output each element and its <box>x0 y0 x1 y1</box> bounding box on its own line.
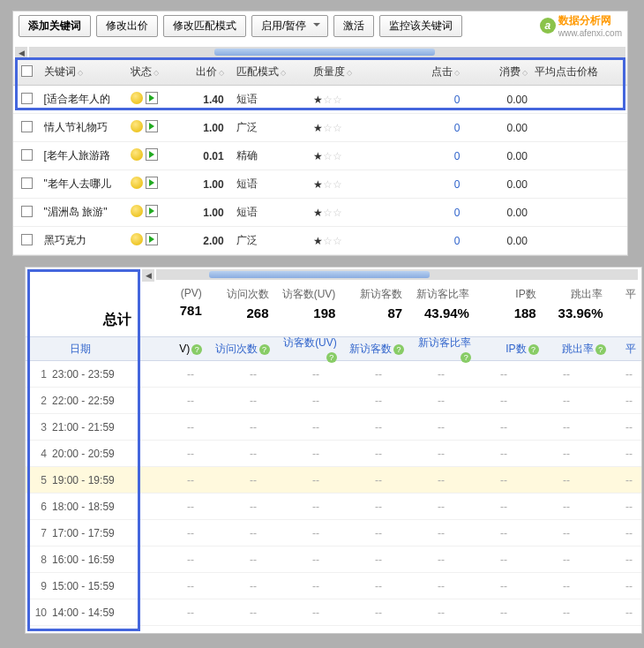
play-icon[interactable] <box>146 233 158 245</box>
table-row[interactable]: "老年人去哪儿1.00短语★☆☆00.00 <box>13 170 627 199</box>
row-dash: -- <box>516 554 579 566</box>
edit-bid-button[interactable]: 修改出价 <box>96 15 158 37</box>
row-dash: -- <box>328 554 391 566</box>
table-row[interactable]: [老年人旅游路0.01精确★☆☆00.00 <box>13 142 627 170</box>
stats-row[interactable]: 915:00 - 15:59---------------- <box>26 573 641 599</box>
col-cost[interactable]: 消费◇ <box>463 59 530 86</box>
col-ip[interactable]: IP数? <box>476 342 543 357</box>
cell-status <box>127 114 176 142</box>
scroll-left-icon[interactable]: ◀ <box>15 47 27 59</box>
row-dash: -- <box>328 607 391 619</box>
col-match[interactable]: 匹配模式◇ <box>233 59 310 86</box>
play-icon[interactable] <box>146 148 158 161</box>
row-time: 19:00 - 19:59 <box>52 474 140 486</box>
cell-quality: ★☆☆ <box>310 199 396 227</box>
col-status[interactable]: 状态◇ <box>127 59 176 86</box>
help-icon[interactable]: ? <box>528 344 539 355</box>
col-keyword[interactable]: 关键词◇ <box>41 59 127 86</box>
help-icon[interactable]: ? <box>326 352 337 363</box>
table-row[interactable]: 情人节礼物巧1.00广泛★☆☆00.00 <box>13 114 627 142</box>
help-icon[interactable]: ? <box>461 352 471 363</box>
col-uv[interactable]: 访客数(UV)? <box>275 335 342 363</box>
col-pv[interactable]: V)? <box>140 343 207 355</box>
pv-value: 781 <box>146 303 202 318</box>
col-visits[interactable]: 访问次数? <box>207 342 274 357</box>
help-icon[interactable]: ? <box>595 344 606 355</box>
stats-row[interactable]: 816:00 - 16:59---------------- <box>26 546 641 573</box>
h-scrollbar-2[interactable] <box>156 269 638 280</box>
col-date[interactable]: 日期 <box>26 342 140 357</box>
row-checkbox[interactable] <box>21 121 33 132</box>
help-icon[interactable]: ? <box>191 344 202 355</box>
row-time: 20:00 - 20:59 <box>52 448 140 460</box>
row-dash: -- <box>140 501 203 513</box>
cell-quality: ★☆☆ <box>310 142 396 170</box>
col-quality[interactable]: 质量度◇ <box>310 59 396 86</box>
cell-cost: 0.00 <box>463 199 530 227</box>
visits-value: 268 <box>213 305 269 320</box>
table-row[interactable]: 黑巧克力2.00广泛★☆☆00.00 <box>13 227 627 255</box>
row-checkbox[interactable] <box>21 234 33 245</box>
edit-match-button[interactable]: 修改匹配模式 <box>163 15 246 37</box>
row-dash: -- <box>579 368 641 381</box>
logo-domain: www.afenxi.com <box>558 28 622 38</box>
scrollbar-thumb[interactable] <box>214 49 435 56</box>
col-click[interactable]: 点击◇ <box>396 59 463 86</box>
col-last[interactable]: 平 <box>611 342 641 357</box>
monitor-button[interactable]: 监控该关键词 <box>379 15 462 37</box>
scroll-left-icon-2[interactable]: ◀ <box>142 269 154 282</box>
row-index: 10 <box>26 607 52 619</box>
col-nv[interactable]: 新访客数? <box>342 342 409 357</box>
row-dash: -- <box>203 607 266 619</box>
row-dash: -- <box>266 395 328 407</box>
select-all-checkbox[interactable] <box>21 65 33 77</box>
play-icon[interactable] <box>146 92 158 104</box>
row-dash: -- <box>203 527 266 539</box>
row-dash: -- <box>266 421 328 433</box>
cell-click: 0 <box>396 114 463 142</box>
activate-button[interactable]: 激活 <box>333 15 374 37</box>
cell-bid: 1.40 <box>175 86 232 114</box>
play-icon[interactable] <box>146 120 158 132</box>
stats-row[interactable]: 618:00 - 18:59---------------- <box>26 494 641 520</box>
row-checkbox[interactable] <box>21 177 33 189</box>
stats-row[interactable]: 321:00 - 21:59---------------- <box>26 414 641 441</box>
stats-row[interactable]: 519:00 - 19:59---------------- <box>26 467 641 494</box>
row-dash: -- <box>453 395 516 407</box>
help-icon[interactable]: ? <box>259 344 270 355</box>
stats-row[interactable]: 717:00 - 17:59---------------- <box>26 520 641 546</box>
last-label: 平 <box>613 287 636 302</box>
col-br[interactable]: 跳出率? <box>544 342 611 357</box>
row-dash: -- <box>516 368 579 381</box>
h-scrollbar[interactable] <box>29 47 625 57</box>
stats-row[interactable]: 123:00 - 23:59---------------- <box>26 361 641 388</box>
table-row[interactable]: "湄洲岛 旅游"1.00短语★☆☆00.00 <box>13 199 627 227</box>
help-icon[interactable]: ? <box>393 344 404 355</box>
stats-row[interactable]: 420:00 - 20:59---------------- <box>26 441 641 467</box>
row-dash: -- <box>516 580 579 592</box>
play-icon[interactable] <box>146 177 158 189</box>
row-checkbox[interactable] <box>21 206 33 217</box>
scrollbar-thumb-2[interactable] <box>209 271 430 278</box>
nv-label: 新访客数 <box>346 287 402 302</box>
add-keyword-button[interactable]: 添加关键词 <box>19 15 91 37</box>
row-checkbox[interactable] <box>21 93 33 104</box>
row-dash: -- <box>266 368 328 381</box>
row-dash: -- <box>266 448 328 460</box>
col-bid[interactable]: 出价◇ <box>175 59 232 86</box>
row-dash: -- <box>140 474 203 486</box>
cell-quality: ★☆☆ <box>310 114 396 142</box>
row-dash: -- <box>203 395 266 407</box>
enable-pause-dropdown[interactable]: 启用/暂停 <box>251 15 328 37</box>
stats-row[interactable]: 1014:00 - 14:59---------------- <box>26 599 641 626</box>
cell-status <box>127 86 176 114</box>
col-nr[interactable]: 新访客比率? <box>409 335 476 363</box>
pv-label: (PV) <box>146 287 202 299</box>
cell-quality: ★☆☆ <box>310 86 396 114</box>
table-row[interactable]: [适合老年人的1.40短语★☆☆00.00 <box>13 86 627 114</box>
col-avg[interactable]: 平均点击价格 <box>531 59 627 86</box>
row-checkbox[interactable] <box>21 149 33 161</box>
stats-row[interactable]: 222:00 - 22:59---------------- <box>26 388 641 414</box>
play-icon[interactable] <box>146 205 158 217</box>
stats-panel: ◀ 总计 (PV)781 访问次数268 访客数(UV)198 新访客数87 新… <box>25 267 642 634</box>
